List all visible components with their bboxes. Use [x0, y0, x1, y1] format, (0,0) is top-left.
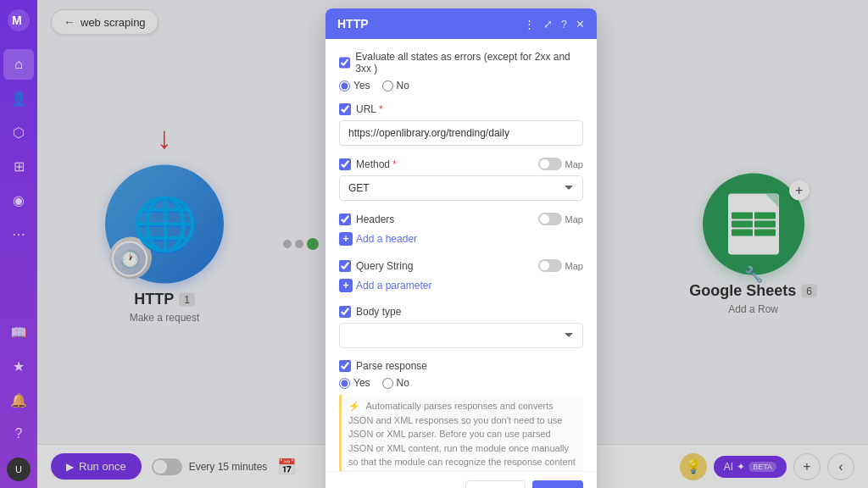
modal-header-icons: ⋮ ⤢ ? ✕ [524, 18, 585, 30]
headers-checkbox[interactable] [339, 214, 351, 225]
add-header-label: Add a header [356, 233, 417, 245]
app-logo: M [5, 7, 32, 34]
method-label: Method [356, 158, 397, 170]
evaluate-errors-yes-label[interactable]: Yes [339, 80, 370, 92]
parse-response-checkbox[interactable] [339, 360, 351, 372]
evaluate-errors-label: Evaluate all states as errors (except fo… [355, 51, 583, 75]
method-map-switch[interactable] [538, 158, 562, 170]
evaluate-errors-yes-radio[interactable] [339, 80, 350, 92]
headers-section: Headers Map + Add a header [339, 213, 583, 247]
sidebar: M ⌂ 👤 ⬡ ⊞ ◉ ⋯ 📖 ★ 🔔 ? U [0, 0, 37, 488]
evaluate-errors-section: Evaluate all states as errors (except fo… [339, 51, 583, 92]
save-button[interactable]: Save [532, 480, 583, 488]
query-string-map-switch[interactable] [538, 259, 562, 272]
sidebar-item-bell[interactable]: 🔔 [3, 385, 34, 415]
add-parameter-button[interactable]: + Add a parameter [339, 277, 431, 294]
method-section: Method Map GET POST PUT DELETE PATCH [339, 158, 583, 201]
modal-fullscreen-icon[interactable]: ⤢ [543, 18, 553, 30]
method-map-toggle[interactable]: Map [538, 158, 583, 170]
parse-response-yes-label[interactable]: Yes [339, 377, 370, 389]
add-header-button[interactable]: + Add a header [339, 230, 417, 247]
modal-overlay: HTTP ⋮ ⤢ ? ✕ Evaluate all states as erro… [37, 0, 868, 488]
sidebar-item-world[interactable]: ◉ [3, 185, 34, 215]
info-icon: ⚡ [348, 401, 360, 411]
cancel-button[interactable]: Cancel [465, 480, 526, 488]
method-checkbox[interactable] [339, 158, 351, 170]
url-header: URL [339, 103, 583, 115]
query-string-label: Query String [356, 260, 413, 272]
body-type-label: Body type [356, 306, 401, 318]
headers-header: Headers Map [339, 213, 583, 225]
url-label: URL [356, 103, 383, 115]
add-parameter-icon: + [339, 279, 353, 292]
svg-text:M: M [12, 14, 22, 27]
modal-body: Evaluate all states as errors (except fo… [326, 39, 597, 471]
avatar[interactable]: U [7, 458, 31, 481]
sidebar-item-apps[interactable]: ⊞ [3, 151, 34, 181]
query-string-checkbox[interactable] [339, 260, 351, 272]
query-string-header: Query String Map [339, 259, 583, 272]
parse-response-header: Parse response [339, 360, 583, 372]
modal-menu-icon[interactable]: ⋮ [524, 18, 535, 30]
parse-response-section: Parse response Yes No ⚡ [339, 360, 583, 471]
query-string-map-toggle[interactable]: Map [538, 259, 583, 272]
sidebar-item-more[interactable]: ⋯ [3, 219, 34, 249]
main-canvas: ← web scraping ↓ 🌐 🕐 HTTP 1 Make a reque… [37, 0, 868, 488]
headers-label: Headers [356, 214, 394, 225]
parse-response-info: ⚡ Automatically parses responses and con… [339, 394, 583, 471]
modal-title: HTTP [337, 17, 369, 30]
evaluate-errors-no-text: No [397, 80, 409, 92]
sidebar-item-help[interactable]: ? [3, 419, 34, 449]
sidebar-item-book[interactable]: 📖 [3, 317, 34, 347]
body-type-section: Body type application/json application/x… [339, 306, 583, 348]
evaluate-errors-no-radio[interactable] [382, 80, 393, 92]
parse-response-info-text: Automatically parses responses and conve… [348, 401, 576, 471]
body-type-checkbox[interactable] [339, 306, 351, 318]
parse-response-no-text: No [397, 377, 409, 389]
query-string-map-label: Map [565, 261, 583, 271]
url-section: URL [339, 103, 583, 146]
evaluate-errors-header: Evaluate all states as errors (except fo… [339, 51, 583, 75]
parse-response-yes-text: Yes [353, 377, 370, 389]
sidebar-item-star[interactable]: ★ [3, 351, 34, 381]
parse-response-no-label[interactable]: No [382, 377, 409, 389]
http-modal: HTTP ⋮ ⤢ ? ✕ Evaluate all states as erro… [326, 8, 597, 488]
url-input[interactable] [339, 120, 583, 146]
parse-response-label: Parse response [356, 360, 427, 372]
modal-footer: Cancel Save [326, 471, 597, 488]
sidebar-item-home[interactable]: ⌂ [3, 49, 34, 80]
evaluate-errors-yes-text: Yes [353, 80, 370, 92]
modal-close-icon[interactable]: ✕ [576, 18, 585, 30]
parse-response-no-radio[interactable] [382, 378, 393, 389]
query-string-section: Query String Map + Add a parameter [339, 259, 583, 294]
method-header: Method Map [339, 158, 583, 170]
headers-map-switch[interactable] [538, 213, 562, 225]
evaluate-errors-radio-group: Yes No [339, 80, 583, 92]
headers-map-toggle[interactable]: Map [538, 213, 583, 225]
modal-help-icon[interactable]: ? [561, 18, 567, 30]
sidebar-item-users[interactable]: 👤 [3, 83, 34, 114]
sidebar-item-share[interactable]: ⬡ [3, 117, 34, 147]
url-checkbox[interactable] [339, 103, 351, 115]
evaluate-errors-no-label[interactable]: No [382, 80, 409, 92]
method-select[interactable]: GET POST PUT DELETE PATCH [339, 175, 583, 201]
method-map-label: Map [565, 159, 583, 169]
body-type-header: Body type [339, 306, 583, 318]
modal-header: HTTP ⋮ ⤢ ? ✕ [326, 8, 597, 39]
parse-response-yes-radio[interactable] [339, 378, 350, 389]
body-type-select[interactable]: application/json application/x-www-form-… [339, 323, 583, 348]
parse-response-radio-group: Yes No [339, 377, 583, 389]
add-parameter-label: Add a parameter [356, 280, 431, 291]
add-header-icon: + [339, 232, 353, 246]
headers-map-label: Map [565, 214, 583, 225]
evaluate-errors-checkbox[interactable] [339, 57, 350, 69]
